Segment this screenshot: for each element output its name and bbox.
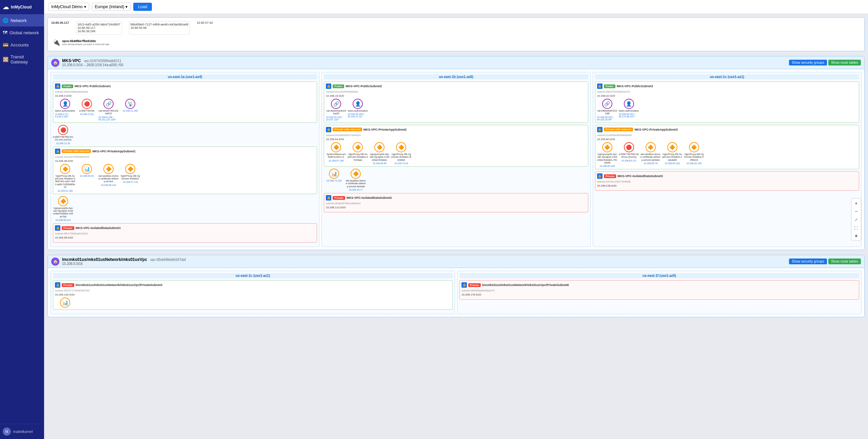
subnet-public-2-icon: 🔒 — [326, 83, 331, 89]
subnet-isolated-1-id: subnet-0ffc77809ae0c3332 — [55, 232, 315, 235]
vpc-mks-show-rt-button[interactable]: Show route tables — [828, 60, 861, 65]
top-item-2-ip1: 10.80.39.117 — [78, 26, 120, 30]
vpc-mks-az-row: us-east-1a (use1-az4) 🔒 Public MKS-VPC-P… — [48, 69, 864, 250]
service-iad-2: 🔶 iad-sandbox-license-certificate-delive… — [346, 169, 366, 191]
subnet-public-1-cidr: 10.208.0.0/20 — [55, 94, 315, 97]
top-section-items: 10.80.39.117 1813-4af2-a259-3ab4716c8697… — [51, 21, 861, 35]
transit-gateway-icon: 🔀 — [3, 57, 8, 62]
region-selector[interactable]: Europe (Ireland) ▾ — [92, 3, 131, 11]
subnet-lmc-private-3-id: subnet-051571734587b6782 — [55, 289, 451, 292]
subnet-isolated-1-icon: 🔒 — [55, 225, 60, 231]
subnet-private-app-3-services: 🔶 VgenproxyDb-Syncari-Synapse-Credential… — [597, 142, 857, 168]
drag-button[interactable]: ✥ — [853, 232, 860, 239]
vpc-lmcmks-show-sg-button[interactable]: Show security groups — [789, 259, 827, 264]
top-section: 10.80.39.117 1813-4af2-a259-3ab4716c8697… — [47, 17, 865, 51]
service-vgen-user-rot-2-label: VgenProxy-DB-VgenUser-Rotation-3f22d8e4 — [391, 153, 411, 161]
service-token-auth-3: 👤 token-authorization 10.208.46.167 / 35… — [619, 99, 639, 121]
subnet-public-1-icon: 🔒 — [55, 83, 60, 89]
sidebar-item-transit-gateway-label: Transit Gateway — [11, 54, 41, 64]
vpc-mks-vpc-header: 🏠 MKS-VPC vpc-018743998fadb8211 10.208.0… — [48, 56, 864, 69]
vpc-mks-id: vpc-018743998fadb8211 — [84, 59, 121, 63]
vpc-mks-title: MKS-VPC vpc-018743998fadb8211 — [62, 58, 123, 63]
top-item-3: bbb458e0-7127-44b9-ae4d-c443ac8dca48 10.… — [129, 21, 190, 35]
service-iad-1: 🔶 iad-sandbox-license-certificate-delive… — [98, 164, 119, 192]
floating-2b: 📊 10.208.71.222 🔶 iad-sandbox-license-ce… — [324, 169, 588, 191]
account-selector[interactable]: InMyCloud Démo ▾ — [48, 3, 89, 11]
subnet-private-app-1-name: MKS-VPC-PrivateAppSubnet1 — [92, 150, 136, 153]
service-iad-3: 🔶 iad-sandbox-license-certificate-delive… — [640, 142, 661, 168]
sidebar-item-global-network-label: Global network — [9, 30, 39, 35]
service-d906-3: 🔴 d-906774b7f46 mks01us (imcOs) 10.208.8… — [619, 142, 639, 168]
subnet-isolated-2-badge: Private — [333, 196, 345, 200]
zoom-out-button[interactable]: − — [853, 208, 860, 215]
load-button[interactable]: Load — [133, 3, 152, 11]
zoom-in-button[interactable]: + — [853, 200, 860, 207]
vpc-lmcmks-id: vpc-05ebf48ebfd167daf — [150, 258, 186, 262]
sidebar: ☁ InMyCloud 🌐 Network 🗺 Global network 💳… — [0, 0, 44, 439]
service-iad-1-icon: 🔶 — [103, 164, 114, 174]
subnet-public-1-badge: Public — [62, 84, 73, 88]
top-item-3-id: bbb458e0-7127-44b9-ae4d-c443ac8dca48 — [131, 23, 189, 26]
service-d906-3-label: d-906774b7f46 mks01us (imcOs) — [619, 153, 639, 159]
subnet-lmc-private-6-name: lmcmks01us/mks01usNetwork/mks01usVpc/Pri… — [482, 283, 569, 287]
subnet-public-3-icon: 🔒 — [597, 83, 603, 89]
subnet-public-3-name: MKS-VPC-PublicSubnet3 — [617, 84, 653, 88]
service-token-auth-1-ip: 10.208.3.72 / 3.218.0.100* — [55, 113, 75, 118]
user-profile[interactable]: M maitelkamel — [0, 424, 44, 439]
service-d906-imcos-label: d-906774b7f46 imcOs.com (mcOs) — [53, 136, 73, 141]
subnet-private-app-2-id: subnet-043383d0547d44a24 — [326, 134, 586, 137]
expand-button[interactable]: ⛶ — [853, 224, 860, 231]
sidebar-item-transit-gateway[interactable]: 🔀 Transit Gateway — [0, 51, 44, 68]
subnet-private-app-1-cidr: 10.208.48.0/20 — [55, 159, 315, 163]
service-vgen-super-3: 🔶 VgenProxy-DB-SuperUser-Rotation-11ab4a… — [662, 142, 683, 168]
avatar: M — [3, 427, 11, 436]
sidebar-item-global-network[interactable]: 🗺 Global network — [0, 26, 44, 39]
service-token-auth-2-ip: 10.208.28.165 / 34.193.21.41* — [348, 113, 368, 118]
subnet-private-app-1-badge: Private with internet — [62, 149, 91, 153]
fit-screen-button[interactable]: ⤢ — [853, 216, 860, 223]
service-vgen-syncari-2-label: VgenproxyDb-Syncari-Synapse-Credential-R… — [369, 153, 390, 161]
subnet-private-app-3: 🔒 Private with internet MKS-VPC-PrivateA… — [595, 125, 859, 170]
service-ip-box-2: 📊 10.208.71.222 — [324, 169, 344, 191]
service-vgen-user-3-label: VgenProxy-DB-VgenUser-Rotation-4359e16 — [684, 153, 704, 161]
subnet-private-app-2-icon: 🔒 — [326, 127, 331, 132]
sidebar-item-network-label: Network — [11, 18, 27, 23]
top-item-4: 10.80.57.92 — [197, 21, 213, 35]
account-chevron-icon: ▾ — [84, 4, 86, 9]
subnet-lmc-private-6-icon: 🔒 — [461, 282, 467, 288]
sidebar-item-network[interactable]: 🌐 Network — [0, 14, 44, 26]
vpc-lmcmks-show-rt-button[interactable]: Show route tables — [828, 259, 861, 264]
app-logo: ☁ InMyCloud — [0, 0, 44, 14]
vpc-mks-vpc: 🏠 MKS-VPC vpc-018743998fadb8211 10.208.0… — [47, 56, 865, 250]
subnet-public-2-cidr: 10.208.16.0/20 — [326, 94, 586, 97]
service-vgen-user-3-ip: 10.208.92.156 — [686, 162, 702, 165]
vpc-lmcmks-icon: 🏠 — [51, 257, 59, 266]
service-eni-1-icon: 📡 — [125, 99, 135, 109]
service-token-auth-2-label: token-authorization — [348, 110, 368, 112]
service-vgen-syncari-1-icon: 🔶 — [58, 196, 68, 206]
service-nat-3-ip: 10.208.36.223 / 64.226.29.49* — [597, 116, 617, 121]
subnet-lmc-private-3-badge: Private — [62, 283, 74, 287]
service-nat-3-label: nat-099be6d970157dfff — [597, 110, 617, 115]
subnet-private-app-2: 🔒 Private with internet MKS-VPC-PrivateA… — [324, 125, 588, 167]
service-vgen-user-1-ip: 10.208.57.178 — [123, 181, 138, 183]
service-d906-3-ip: 10.208.83.137 — [621, 159, 636, 162]
subnet-lmc-private-6-badge: Private — [468, 283, 481, 287]
region-chevron-icon: ▾ — [125, 4, 127, 9]
vpc-lmcmks-name: lmcmks01us/mks01usNetwork/mks01usVpc — [62, 257, 147, 262]
vpc-mks-name: MKS-VPC — [62, 58, 81, 63]
network-canvas[interactable]: 10.80.39.117 1813-4af2-a259-3ab4716c8697… — [44, 14, 868, 439]
service-vgen-super-3-ip: 10.208.85.182 — [665, 162, 680, 165]
service-orange-box-1: 📊 10.208.54.63 — [77, 164, 97, 192]
az-use1-az6: us-east-1b (use1-az6) 🔒 Public MKS-VPC-P… — [321, 72, 590, 247]
service-ip-box-2-icon: 📊 — [329, 169, 339, 179]
vpc-mks-show-sg-button[interactable]: Show security groups — [789, 60, 827, 65]
subnet-private-app-1-icon: 🔒 — [55, 149, 60, 154]
network-icon: 🌐 — [3, 18, 8, 23]
sidebar-item-accounts[interactable]: 💳 Accounts — [0, 39, 44, 51]
subnet-public-2-header: 🔒 Public MKS-VPC-PublicSubnet2 — [326, 83, 586, 89]
service-d906-1-label: d-906774b7b0 — [79, 110, 94, 112]
service-orange-box-1-ip: 10.208.54.63 — [80, 175, 94, 177]
service-token-auth-1: 👤 token-authorization 10.208.3.72 / 3.21… — [55, 99, 75, 121]
vpce-info: vpce-0b49f6e7fbe5193c com.amazonaws.us-e… — [62, 39, 109, 46]
